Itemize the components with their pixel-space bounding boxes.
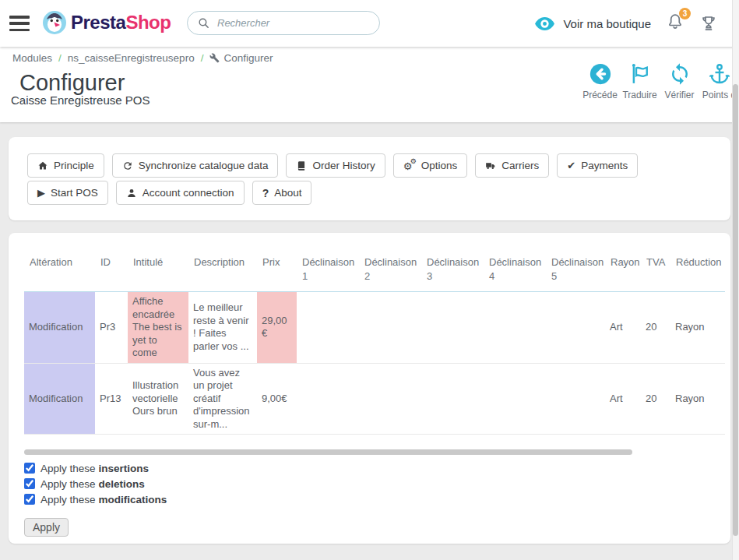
action-label: Précéde [582, 90, 618, 100]
trophy-icon[interactable] [699, 14, 718, 33]
column-header: Prix [257, 251, 297, 292]
cell-alteration: Modification [24, 363, 95, 435]
cell-declinaison-5 [546, 363, 605, 435]
gears-icon: ⚙⚙ [403, 160, 416, 171]
catalogue-diff-table: Altération ID Intitulé Description Prix … [24, 251, 725, 435]
cell-declinaison-2 [359, 363, 421, 435]
cell-rayon: Art [605, 292, 641, 364]
flag-icon [628, 62, 652, 86]
tab-start-pos[interactable]: ▶ Start POS [27, 181, 108, 205]
apply-modifications-row[interactable]: Apply these modifications [24, 491, 715, 507]
apply-deletions-checkbox[interactable] [24, 478, 35, 489]
cell-declinaison-5 [546, 292, 605, 364]
check-updates-button[interactable]: Vérifier [660, 62, 699, 100]
cell-tva: 20 [641, 363, 670, 435]
tab-principle[interactable]: Principle [27, 153, 104, 178]
column-header: Déclinaison 1 [297, 251, 359, 292]
tab-label: Synchronize catalogue data [139, 160, 269, 171]
cell-id: Pr3 [95, 292, 128, 364]
cell-reduction: Rayon [670, 292, 725, 364]
cell-prix: 29,00€ [257, 292, 297, 364]
tab-label: Payments [581, 160, 628, 171]
cell-declinaison-1 [297, 292, 359, 364]
book-icon [296, 160, 307, 171]
tab-label: Carriers [501, 160, 539, 171]
tab-synchronize-catalogue[interactable]: Synchronize catalogue data [112, 153, 279, 178]
breadcrumb-current-label: Configurer [223, 52, 273, 64]
question-icon: ? [262, 188, 269, 199]
module-tabs-panel: Principle Synchronize catalogue data Ord… [9, 137, 730, 220]
cell-declinaison-3 [421, 363, 484, 435]
checkbox-label-bold: insertions [99, 463, 150, 474]
header-action-buttons: Précéde Traduire Vérifier Poi [580, 62, 739, 100]
cell-prix: 9,00€ [257, 363, 297, 435]
tab-label: Start POS [51, 187, 98, 199]
play-icon: ▶ [37, 188, 45, 198]
tab-account-connection[interactable]: Account connection [116, 181, 245, 205]
breadcrumb-modules[interactable]: Modules [12, 52, 52, 64]
tab-carriers[interactable]: Carriers [475, 153, 549, 178]
horizontal-scrollbar-thumb[interactable] [24, 449, 632, 455]
apply-insertions-checkbox[interactable] [24, 463, 35, 474]
cell-declinaison-3 [421, 292, 484, 364]
column-header: Rayon [605, 251, 641, 292]
tab-about[interactable]: ? About [252, 181, 312, 205]
cell-description: Vous avez un projet créatif d'impression… [188, 363, 257, 435]
eye-icon [534, 16, 555, 31]
tab-label: Principle [54, 160, 94, 171]
tab-label: Account connection [143, 187, 234, 199]
tab-label: About [274, 187, 301, 199]
apply-deletions-row[interactable]: Apply these deletions [24, 476, 715, 491]
tab-options[interactable]: ⚙⚙ Options [393, 153, 468, 178]
cell-declinaison-1 [297, 363, 359, 435]
truck-icon [485, 160, 496, 171]
view-shop-link[interactable]: Voir ma boutique [534, 16, 651, 31]
cell-description: Le meilleur reste à venir ! Faites parle… [188, 292, 257, 364]
prestashop-mascot-icon [43, 11, 66, 34]
tab-payments[interactable]: ✔ Payments [557, 153, 638, 178]
cell-declinaison-2 [359, 292, 421, 364]
breadcrumb-module-name[interactable]: ns_caisseEnregistreusepro [68, 52, 195, 64]
search-icon[interactable] [197, 16, 210, 30]
tab-order-history[interactable]: Order History [286, 153, 385, 178]
apply-insertions-row[interactable]: Apply these insertions [24, 460, 715, 476]
column-header: TVA [641, 251, 670, 292]
cell-intitule: Affiche encadrée The best is yet to come [128, 292, 188, 364]
vertical-scrollbar-thumb[interactable] [733, 84, 738, 536]
column-header: Déclinaison 4 [484, 251, 546, 292]
notification-badge: 3 [679, 8, 691, 19]
back-circle-icon [589, 62, 612, 86]
hamburger-menu-icon[interactable] [9, 16, 30, 31]
checkbox-label-prefix: Apply these [40, 463, 96, 474]
anchor-icon [708, 62, 731, 86]
prestashop-admin-window: PrestaShop Voir ma boutique [0, 0, 739, 560]
cell-reduction: Rayon [670, 363, 725, 435]
checkbox-label-prefix: Apply these [40, 494, 96, 505]
sync-icon [122, 160, 133, 171]
tab-label: Order History [312, 160, 375, 171]
column-header: Déclinaison 5 [546, 251, 605, 292]
page-title: Configurer [19, 70, 125, 96]
wrench-icon [209, 53, 220, 63]
checkbox-label-bold: deletions [99, 478, 145, 490]
search-input[interactable] [217, 17, 370, 29]
cell-tva: 20 [641, 292, 670, 364]
breadcrumb-separator: / [58, 52, 62, 64]
catalogue-diff-panel: Altération ID Intitulé Description Prix … [9, 233, 730, 544]
notifications-button[interactable]: 3 [666, 12, 684, 34]
apply-button[interactable]: Apply [24, 518, 69, 537]
column-header: Déclinaison 2 [359, 251, 421, 292]
column-header: Déclinaison 3 [421, 251, 484, 292]
global-search-box[interactable] [187, 11, 380, 35]
action-label: Vérifier [664, 90, 694, 100]
apply-modifications-checkbox[interactable] [24, 494, 35, 505]
cell-declinaison-4 [484, 363, 546, 435]
prestashop-logo[interactable]: PrestaShop [43, 11, 171, 34]
previous-page-button[interactable]: Précéde [580, 62, 620, 100]
tab-label: Options [421, 160, 458, 171]
vertical-scrollbar-track[interactable] [732, 0, 739, 560]
translate-button[interactable]: Traduire [620, 62, 660, 100]
refresh-icon [668, 62, 691, 86]
cell-id: Pr13 [95, 363, 128, 435]
table-header-row: Altération ID Intitulé Description Prix … [24, 251, 725, 292]
